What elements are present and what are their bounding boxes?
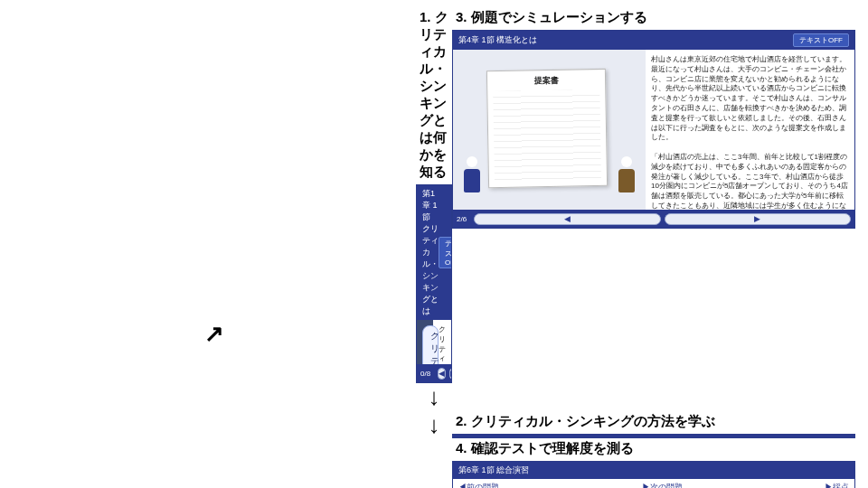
prev-button[interactable]: ◀ [438,368,446,380]
step4-title: 4. 確認テストで理解度を測る [456,440,855,457]
flow-arrow-up: ↗ [13,320,416,348]
panel3-text: 村山さんは東京近郊の住宅地で村山酒店を経営しています。最近になって村山さんは、大… [646,50,854,211]
person-icon [458,153,486,200]
panel4-titlebar: 第6章 1節 総合演習 [453,462,854,479]
prev-button[interactable]: ◀ [474,213,660,225]
flow-arrow-down: ↓ [416,383,452,411]
panel-2: 第2章 1節 イシューとは テキストOFF イシュー ＝ 今何を考えるべきか、現… [452,434,855,438]
panel-1: 第1章 1節 クリティカル・シンキングとは テキストOFF クリティカル・シンキ… [416,184,452,383]
panel3-titlebar: 第4章 1節 構造化とは テキストOFF [453,31,854,50]
step2-title: 2. クリティカル・シンキングの方法を学ぶ [456,413,855,430]
text-off-button[interactable]: テキストOFF [793,33,849,47]
person-icon [613,153,640,200]
text-off-button[interactable]: テキストOFF [793,437,849,438]
next-button[interactable]: ▶ [449,368,452,380]
next-question-link[interactable]: ▶次の問題 [642,482,683,488]
step1-title: 1. クリティカル・シンキングとは何かを知る [420,9,452,181]
next-button[interactable]: ▶ [665,213,851,225]
prev-button[interactable]: ◀ [474,434,660,435]
panel-3: 第4章 1節 構造化とは テキストOFF 提案書 村山さんは東京近郊の住宅地で村… [452,30,855,229]
step3-title: 3. 例題でシミュレーションする [456,9,855,26]
page-indicator: 2/6 [457,215,467,223]
next-button[interactable]: ▶ [665,434,851,435]
panel1-titlebar: 第1章 1節 クリティカル・シンキングとは テキストOFF [417,185,451,320]
prev-question-link[interactable]: ◀前の問題 [458,482,499,488]
score-link[interactable]: ▶採点 [825,482,849,488]
proposal-paper: 提案書 [486,69,608,188]
flow-arrow-down: ↓ [416,411,452,438]
panel-4: 第6章 1節 総合演習 ◀前の問題 ▶次の問題 ▶採点 第 1 問 ／ 全 5 … [452,461,855,488]
text-off-button[interactable]: テキストOFF [439,237,452,268]
page-indicator: 0/8 [420,370,430,378]
